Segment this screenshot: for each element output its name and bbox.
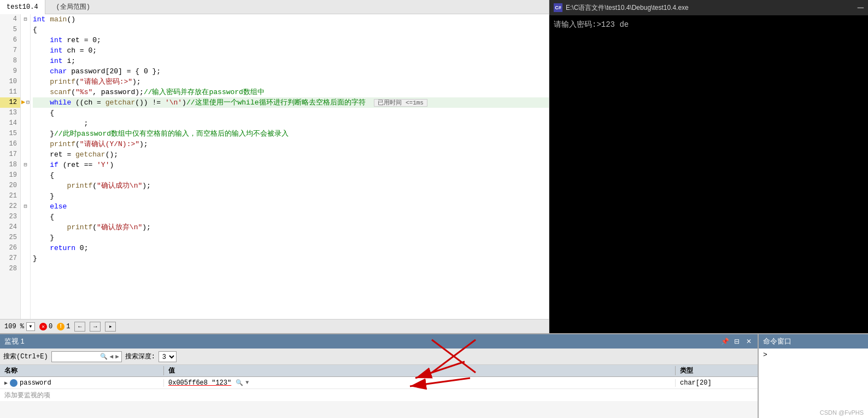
watch-row-password[interactable]: ▶ password 0x005ff6e8 "123" 🔍 ▼ char[20] [0, 377, 758, 389]
command-title-bar: 命令窗口 [759, 334, 868, 349]
gutter-7 [21, 45, 30, 56]
code-line-22: else [33, 201, 549, 212]
gutter-10 [21, 77, 30, 87]
editor-tab[interactable]: test10.4 [0, 0, 45, 14]
watch-cell-name-password: ▶ password [0, 379, 164, 387]
add-watch-row[interactable]: 添加要监视的项 [0, 389, 758, 401]
line-num-27: 27 [0, 253, 20, 264]
terminal-body: 请输入密码:>123 de [549, 15, 868, 333]
code-line-23: { [33, 212, 549, 222]
depth-select[interactable]: 3 1 2 4 5 [159, 351, 177, 362]
line-num-9: 9 [0, 66, 20, 77]
gutter-21 [21, 191, 30, 201]
code-line-16: printf("请确认(Y/N):>"); [33, 139, 549, 149]
code-line-21: } [33, 191, 549, 201]
code-line-7: int ch = 0; [33, 45, 549, 56]
line-num-4: 4 [0, 14, 20, 25]
nav-narrow-button[interactable]: ▸ [105, 322, 116, 332]
search-input-wrap[interactable]: 🔍 ◀ ▶ [51, 351, 122, 362]
command-body[interactable]: > [759, 349, 868, 418]
terminal-panel: C# E:\C语言文件\test10.4\Debug\test10.4.exe … [549, 0, 868, 333]
warning-badge[interactable]: ! 1 [57, 323, 70, 330]
line-num-23: 23 [0, 212, 20, 222]
gutter-5 [21, 25, 30, 35]
zoom-value: 109 % [4, 323, 24, 330]
gutter-19 [21, 170, 30, 181]
gutter-4[interactable]: ⊟ [21, 14, 30, 25]
code-area[interactable]: 4 5 6 7 8 9 10 11 12 13 14 15 16 17 18 1… [0, 14, 549, 319]
watch-var-type: char[20] [680, 379, 712, 387]
watch-panel: 监视 1 📌 ⊟ ✕ 搜索(Ctrl+E) 🔍 ◀ ▶ 搜索深度: 3 1 2 … [0, 334, 759, 418]
gutter: ⊟ ▶ ⊟ ⊟ [21, 14, 31, 319]
code-line-10: printf("请输入密码:>"); [33, 77, 549, 87]
line-num-17: 17 [0, 149, 20, 160]
search-back-button[interactable]: ◀ [110, 353, 114, 360]
line-num-7: 7 [0, 45, 20, 56]
gutter-8 [21, 56, 30, 66]
col-type-header: 类型 [676, 366, 758, 375]
line-num-28: 28 [0, 264, 20, 274]
watch-value-dropdown[interactable]: ▼ [245, 380, 249, 386]
code-line-11: scanf("%s", password);//输入密码并存放在password… [33, 87, 549, 97]
gutter-22: ⊟ [21, 201, 30, 212]
watch-dock-button[interactable]: ⊟ [732, 337, 741, 346]
line-num-13: 13 [0, 108, 20, 118]
search-icon[interactable]: 🔍 [100, 353, 108, 360]
watch-table-header: 名称 值 类型 [0, 365, 758, 377]
line-num-22: 22 [0, 201, 20, 212]
depth-label: 搜索深度: [125, 352, 155, 361]
watch-var-name: password [20, 379, 51, 387]
gutter-18: ⊟ [21, 160, 30, 170]
col-value-header: 值 [164, 366, 676, 375]
time-badge: 已用时间 <=1ms [374, 99, 427, 107]
gutter-13 [21, 108, 30, 118]
watch-title-bar: 监视 1 📌 ⊟ ✕ [0, 334, 758, 349]
add-watch-label: 添加要监视的项 [4, 391, 50, 400]
nav-forward-button[interactable]: → [90, 322, 101, 332]
gutter-14 [21, 118, 30, 129]
watch-panel-title: 监视 1 [4, 336, 25, 346]
nav-back-button[interactable]: ← [74, 322, 85, 332]
code-line-4: int main() [33, 14, 549, 25]
watch-search-bar: 搜索(Ctrl+E) 🔍 ◀ ▶ 搜索深度: 3 1 2 4 5 [0, 349, 758, 365]
code-line-19: { [33, 170, 549, 181]
error-icon: ✕ [39, 323, 47, 330]
code-line-24: printf("确认放弃\n"); [33, 222, 549, 233]
tab-name: test10.4 [7, 3, 38, 11]
gutter-24 [21, 222, 30, 233]
code-line-28 [33, 264, 549, 274]
watch-value-search-icon[interactable]: 🔍 [236, 379, 243, 386]
code-lines[interactable]: int main() { int ret = 0; int ch = 0; in… [31, 14, 549, 319]
gutter-26 [21, 243, 30, 253]
search-fwd-button[interactable]: ▶ [115, 353, 119, 360]
zoom-dropdown[interactable]: ▼ [26, 322, 35, 331]
editor-body: 4 5 6 7 8 9 10 11 12 13 14 15 16 17 18 1… [0, 14, 549, 319]
bottom-panel: 监视 1 📌 ⊟ ✕ 搜索(Ctrl+E) 🔍 ◀ ▶ 搜索深度: 3 1 2 … [0, 333, 868, 418]
warning-count: 1 [66, 323, 70, 330]
code-line-5: { [33, 25, 549, 35]
gutter-6 [21, 35, 30, 45]
code-line-9: char password[20] = { 0 }; [33, 66, 549, 77]
expand-arrow-icon[interactable]: ▶ [4, 380, 8, 386]
line-num-15: 15 [0, 129, 20, 139]
code-line-25: } [33, 233, 549, 243]
watch-pin-button[interactable]: 📌 [720, 337, 729, 346]
code-line-27: } [33, 253, 549, 264]
gutter-25 [21, 233, 30, 243]
line-num-11: 11 [0, 87, 20, 97]
search-input[interactable] [54, 353, 98, 361]
line-num-14: 14 [0, 118, 20, 129]
watch-panel-controls: 📌 ⊟ ✕ [720, 337, 753, 346]
code-line-12: while ((ch = getchar()) != '\n')//这里使用一个… [33, 97, 549, 108]
code-line-14: ; [33, 118, 549, 129]
editor-panel: test10.4 (全局范围) 4 5 6 7 8 9 10 11 12 [0, 0, 549, 333]
watch-close-button[interactable]: ✕ [744, 337, 753, 346]
terminal-minimize-button[interactable]: ─ [858, 3, 864, 13]
line-numbers: 4 5 6 7 8 9 10 11 12 13 14 15 16 17 18 1… [0, 14, 21, 319]
line-num-20: 20 [0, 181, 20, 191]
error-count: 0 [49, 323, 52, 330]
terminal-title-bar: C# E:\C语言文件\test10.4\Debug\test10.4.exe … [549, 0, 868, 15]
editor-status-bar: 109 % ▼ ✕ 0 ! 1 ← → ▸ [0, 319, 549, 333]
code-line-20: printf("确认成功\n"); [33, 181, 549, 191]
error-badge[interactable]: ✕ 0 [39, 323, 52, 330]
